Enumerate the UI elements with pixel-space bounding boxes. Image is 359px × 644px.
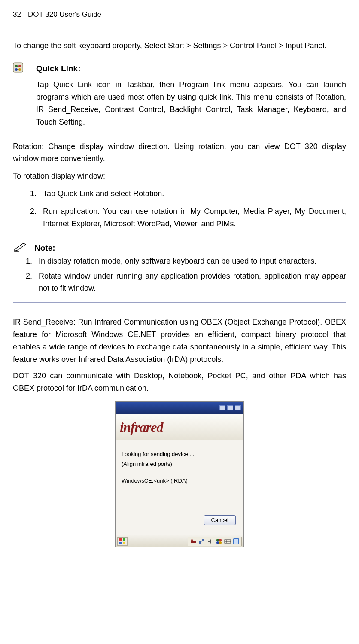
tray-keyboard-icon[interactable] xyxy=(224,538,231,545)
svg-rect-9 xyxy=(191,541,196,543)
svg-point-10 xyxy=(191,539,193,541)
taskbar xyxy=(116,535,243,547)
ir-paragraph-1: IR Send_Receive: Run Infrared Communicat… xyxy=(13,316,346,365)
tray-desktop-icon[interactable] xyxy=(233,538,240,545)
note-item: In display rotation mode, only software … xyxy=(34,255,346,267)
svg-rect-0 xyxy=(13,63,23,72)
rotation-step: Tap Quick Link and select Rotation. xyxy=(39,188,346,200)
infrared-logo: infrared xyxy=(116,414,243,440)
svg-point-16 xyxy=(219,541,222,544)
svg-point-2 xyxy=(18,65,21,67)
svg-rect-6 xyxy=(123,538,125,541)
titlebar-button-icon[interactable] xyxy=(227,405,233,410)
tray-network-icon[interactable] xyxy=(198,538,205,545)
infrared-screenshot: infrared Looking for sending device.... … xyxy=(13,401,346,547)
device-body: Looking for sending device.... (Align in… xyxy=(116,440,243,535)
device-window: infrared Looking for sending device.... … xyxy=(115,401,244,547)
svg-point-13 xyxy=(216,539,219,541)
svg-point-3 xyxy=(15,68,18,71)
quick-link-body: Tap Quick Link icon in Taskbar, then Pro… xyxy=(36,79,346,128)
quick-link-heading: Quick Link: xyxy=(36,62,80,75)
tray-icon[interactable] xyxy=(190,538,197,545)
rotation-steps: Tap Quick Link and select Rotation. Run … xyxy=(39,188,346,230)
svg-point-4 xyxy=(18,68,21,71)
note-list: In display rotation mode, only software … xyxy=(34,255,346,295)
note-icon xyxy=(13,242,28,252)
tray-quick-link-icon[interactable] xyxy=(216,538,222,545)
note-label: Note: xyxy=(34,242,55,255)
note-item: Rotate window under running any applicat… xyxy=(34,270,346,295)
page-header: 32 DOT 320 User's Guide xyxy=(13,9,346,22)
status-line-2: (Align infrared ports) xyxy=(122,460,237,469)
rotation-step: Run application. You can use rotation in… xyxy=(39,205,346,230)
page-number: 32 xyxy=(13,9,21,20)
note-box: Note: In display rotation mode, only sof… xyxy=(13,237,346,303)
device-id-line: WindowsCE:<unk> (IRDA) xyxy=(122,477,237,486)
svg-rect-22 xyxy=(234,539,238,544)
svg-rect-7 xyxy=(119,542,122,544)
quick-link-header: Quick Link: xyxy=(13,62,346,75)
tray-volume-icon[interactable] xyxy=(207,538,214,545)
titlebar xyxy=(116,402,243,414)
svg-point-1 xyxy=(15,65,18,67)
svg-rect-8 xyxy=(123,542,125,544)
intro-paragraph: To change the soft keyboard property, Se… xyxy=(13,39,346,52)
footer-rule xyxy=(13,556,346,556)
titlebar-button-icon[interactable] xyxy=(235,405,241,410)
svg-rect-5 xyxy=(119,538,122,541)
titlebar-button-icon[interactable] xyxy=(219,405,225,410)
svg-point-15 xyxy=(216,541,219,544)
rotation-desc: Rotation: Change display window directio… xyxy=(13,140,346,165)
start-button[interactable] xyxy=(117,537,128,546)
cancel-button[interactable]: Cancel xyxy=(204,515,236,525)
doc-title: DOT 320 User's Guide xyxy=(28,9,101,20)
quick-link-icon xyxy=(13,62,23,73)
ir-paragraph-2: DOT 320 can communicate with Desktop, No… xyxy=(13,370,346,395)
status-line-1: Looking for sending device.... xyxy=(122,450,237,459)
svg-point-14 xyxy=(219,539,222,541)
taskbar-tray xyxy=(188,537,242,546)
rotation-subhead: To rotation display window: xyxy=(13,170,346,182)
